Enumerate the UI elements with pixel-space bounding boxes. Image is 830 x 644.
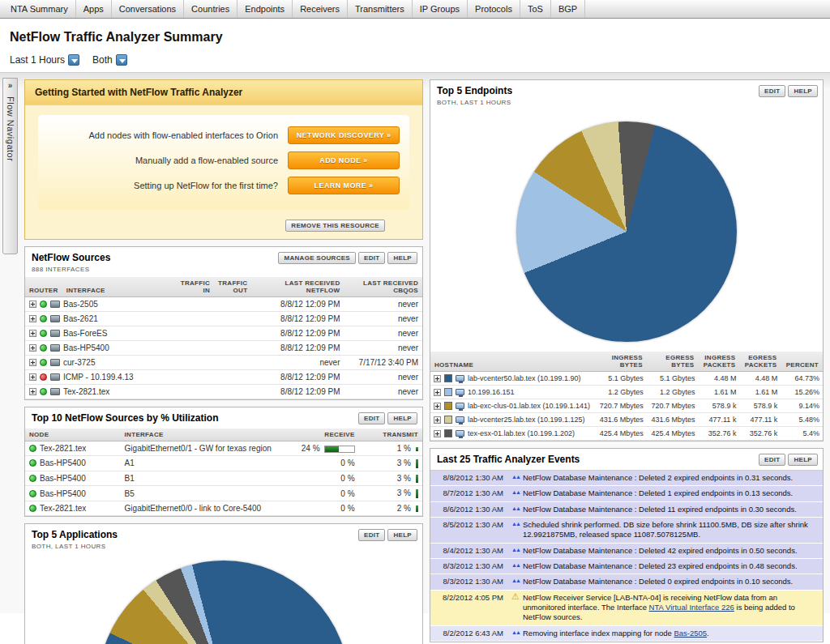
flow-navigator-label: Flow Navigator <box>6 96 15 161</box>
getting-started-button-add-node[interactable]: ADD NODE » <box>288 151 400 169</box>
nav-item-endpoints[interactable]: Endpoints <box>237 0 293 18</box>
help-button[interactable]: HELP <box>788 85 818 97</box>
maintenance-icon: ▲▲ <box>508 519 523 529</box>
flow-navigator-tab[interactable]: » Flow Navigator <box>2 78 18 254</box>
source-name-link[interactable]: ICMP - 10.199.4.13 <box>63 373 134 382</box>
transmit-bar <box>416 447 418 452</box>
event-timestamp: 8/5/2012 1:30 AM <box>434 519 508 529</box>
computer-icon <box>456 430 464 437</box>
node-link[interactable]: Tex-2821.tex <box>40 444 86 453</box>
getting-started-button-network-discovery[interactable]: NETWORK DISCOVERY » <box>288 126 400 144</box>
edit-button[interactable]: EDIT <box>358 252 385 264</box>
nav-item-bgp[interactable]: BGP <box>551 0 585 18</box>
help-button[interactable]: HELP <box>387 529 417 541</box>
source-name-link[interactable]: Tex-2821.tex <box>63 387 109 396</box>
event-message: NetFlow Database Maintenance : Deleted 4… <box>523 545 819 556</box>
event-link[interactable]: Bas-2505 <box>674 629 707 638</box>
top5-applications-pie-chart[interactable] <box>98 561 349 644</box>
source-name-cell: Bas-HP5400 <box>25 341 177 356</box>
interface-cell: GigabitEthernet0/1 - GW for texas region <box>121 441 288 456</box>
removing-icon: ▲▲ <box>508 628 523 638</box>
hostname-link[interactable]: 10.199.16.151 <box>468 388 515 396</box>
event-link[interactable]: NTA Virtual Interface 226 <box>649 603 734 612</box>
event-timestamp: 8/4/2012 1:30 AM <box>434 545 508 555</box>
nav-item-ip-groups[interactable]: IP Groups <box>413 0 468 18</box>
receive-cell: 0 % <box>287 471 358 486</box>
help-button[interactable]: HELP <box>788 454 818 466</box>
getting-started-text: Setting up NetFlow for the first time? <box>134 181 278 190</box>
getting-started-button-learn-more[interactable]: LEARN MORE » <box>288 177 400 194</box>
expand-panel-icon[interactable]: » <box>8 79 13 90</box>
utilization-row: Tex-2821.texGigabitEthernet0/1 - GW for … <box>25 441 422 456</box>
expand-row-icon[interactable] <box>434 430 441 437</box>
hostname-link[interactable]: lab-exc-clus-01.lab.tex (10.199.1.141) <box>468 402 590 410</box>
source-name-link[interactable]: Bas-HP5400 <box>63 343 109 352</box>
nav-item-conversations[interactable]: Conversations <box>112 0 184 18</box>
top5-endpoints-pie-chart[interactable] <box>516 122 737 342</box>
manage-sources-button[interactable]: MANAGE SOURCES <box>278 252 356 264</box>
source-name-link[interactable]: cur-3725 <box>63 358 95 367</box>
source-name-link[interactable]: Bas-ForeES <box>63 329 107 338</box>
nav-item-tos[interactable]: ToS <box>520 0 551 18</box>
endpoint-row: tex-esx-01.lab.tex (10.199.1.202)425.4 M… <box>430 427 823 441</box>
hostname-cell: lab-exc-clus-01.lab.tex (10.199.1.141) <box>430 399 595 413</box>
expand-row-icon[interactable] <box>434 375 441 382</box>
nav-item-apps[interactable]: Apps <box>76 0 112 18</box>
computer-icon <box>456 416 464 423</box>
source-name-link[interactable]: Bas-2621 <box>63 314 98 323</box>
expand-row-icon[interactable] <box>29 373 36 381</box>
device-icon <box>50 373 60 381</box>
node-link[interactable]: Bas-HP5400 <box>40 489 86 498</box>
expand-row-icon[interactable] <box>29 315 36 322</box>
help-button[interactable]: HELP <box>387 412 417 424</box>
edit-button[interactable]: EDIT <box>759 85 785 97</box>
expand-row-icon[interactable] <box>29 301 36 308</box>
traffic-in-cell <box>177 385 214 399</box>
transmit-cell: 3 % <box>359 486 422 501</box>
series-color-swatch <box>444 402 452 410</box>
source-name-link[interactable]: Bas-2505 <box>63 300 98 309</box>
hostname-link[interactable]: lab-vcenter50.lab.tex (10.199.1.90) <box>468 374 581 382</box>
node-link[interactable]: Bas-HP5400 <box>40 474 86 483</box>
event-message: NetFlow Receiver Service [LAB-NTA-04] is… <box>523 592 819 623</box>
direction-filter-dropdown-icon[interactable] <box>116 54 127 66</box>
last-cbqos-cell: never <box>344 312 422 326</box>
nav-item-nta-summary[interactable]: NTA Summary <box>3 0 76 18</box>
remove-resource-button[interactable]: REMOVE THIS RESOURCE <box>285 220 385 232</box>
hostname-link[interactable]: lab-vcenter25.lab.tex (10.199.1.125) <box>468 416 585 424</box>
expand-row-icon[interactable] <box>434 416 441 424</box>
time-filter-dropdown-icon[interactable] <box>68 54 79 66</box>
device-icon <box>50 315 60 322</box>
series-color-swatch <box>444 429 452 437</box>
device-icon <box>50 330 60 337</box>
expand-row-icon[interactable] <box>29 344 36 352</box>
traffic-in-cell <box>177 370 214 385</box>
expand-row-icon[interactable] <box>29 388 36 395</box>
edit-button[interactable]: EDIT <box>358 529 385 541</box>
expand-row-icon[interactable] <box>29 359 36 366</box>
nav-item-receivers[interactable]: Receivers <box>293 0 348 18</box>
netflow-source-row: Bas-HP54008/8/12 12:09 PMnever <box>25 341 422 356</box>
edit-button[interactable]: EDIT <box>358 412 385 424</box>
edit-button[interactable]: EDIT <box>759 454 785 466</box>
expand-row-icon[interactable] <box>434 403 441 410</box>
traffic-out-cell <box>214 312 251 326</box>
node-group: Bas-HP5400 <box>29 489 117 498</box>
nav-item-countries[interactable]: Countries <box>184 0 237 18</box>
expand-row-icon[interactable] <box>434 389 441 396</box>
node-link[interactable]: Tex-2821.tex <box>40 504 86 513</box>
left-column: Getting Started with NetFlow Traffic Ana… <box>24 79 423 644</box>
top-navigation: NTA SummaryAppsConversationsCountriesEnd… <box>0 0 830 19</box>
hostname-link[interactable]: tex-esx-01.lab.tex (10.199.1.202) <box>468 429 575 437</box>
status-up-icon <box>29 505 36 512</box>
ingress-bytes-cell: 431.6 Mbytes <box>595 413 647 427</box>
interface-cell: B5 <box>121 486 288 501</box>
traffic-out-cell <box>214 341 251 356</box>
expand-row-icon[interactable] <box>29 330 36 337</box>
status-up-icon <box>40 344 47 352</box>
nav-item-transmitters[interactable]: Transmitters <box>348 0 413 18</box>
help-button[interactable]: HELP <box>387 252 417 264</box>
node-link[interactable]: Bas-HP5400 <box>40 458 86 467</box>
nav-item-protocols[interactable]: Protocols <box>468 0 520 18</box>
getting-started-title: Getting Started with NetFlow Traffic Ana… <box>25 80 422 105</box>
